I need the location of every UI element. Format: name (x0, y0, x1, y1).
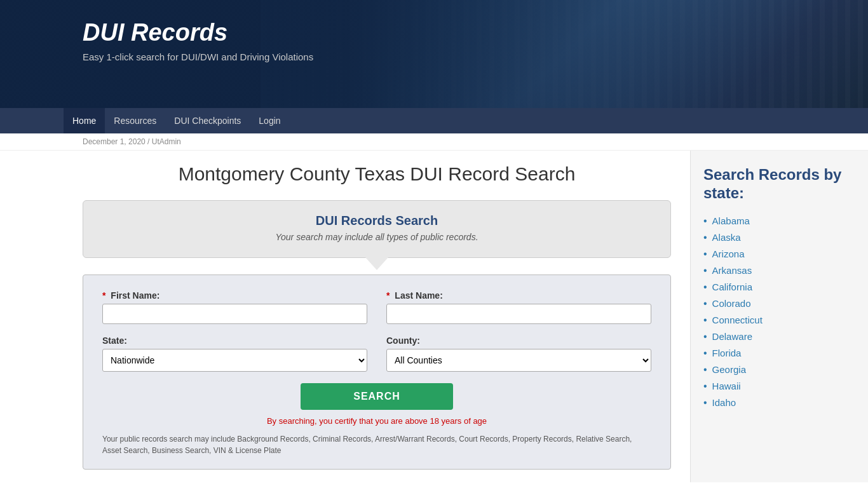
search-form-container: * First Name: * Last Name: State: (83, 274, 671, 470)
last-name-field: * Last Name: (386, 290, 651, 324)
breadcrumb-author: UtAdmin (152, 137, 181, 146)
state-link-florida[interactable]: Florida (712, 348, 742, 358)
site-subtitle: Easy 1-click search for DUI/DWI and Driv… (83, 51, 868, 62)
list-item: Alabama (703, 215, 855, 227)
location-row: State: Nationwide Alabama Alaska Arizona… (102, 336, 651, 372)
state-link-colorado[interactable]: Colorado (712, 298, 751, 309)
state-link-delaware[interactable]: Delaware (712, 331, 752, 342)
state-list: Alabama Alaska Arizona Arkansas Californ… (703, 215, 855, 409)
page-title: Montgomery County Texas DUI Record Searc… (83, 163, 671, 185)
required-marker: * (102, 290, 105, 301)
state-link-arkansas[interactable]: Arkansas (712, 265, 752, 276)
state-link-arizona[interactable]: Arizona (712, 248, 745, 259)
state-field: State: Nationwide Alabama Alaska Arizona… (102, 336, 367, 372)
list-item: California (703, 281, 855, 293)
search-box-banner: DUI Records Search Your search may inclu… (83, 200, 671, 258)
breadcrumb-date: December 1, 2020 (83, 137, 146, 146)
list-item: Idaho (703, 397, 855, 409)
search-button[interactable]: SEARCH (301, 383, 453, 410)
list-item: Connecticut (703, 315, 855, 326)
state-link-connecticut[interactable]: Connecticut (712, 315, 763, 325)
sidebar-title: Search Records by state: (703, 166, 855, 203)
sidebar: Search Records by state: Alabama Alaska … (690, 151, 868, 482)
list-item: Arizona (703, 248, 855, 260)
state-link-idaho[interactable]: Idaho (712, 397, 736, 408)
list-item: Alaska (703, 232, 855, 243)
state-select[interactable]: Nationwide Alabama Alaska Arizona Arkans… (102, 349, 367, 372)
breadcrumb-separator: / (147, 137, 152, 146)
name-row: * First Name: * Last Name: (102, 290, 651, 324)
age-disclaimer: By searching, you certify that you are a… (102, 416, 651, 426)
list-item: Arkansas (703, 265, 855, 276)
list-item: Georgia (703, 364, 855, 376)
last-name-input[interactable] (386, 304, 651, 324)
list-item: Florida (703, 348, 855, 359)
state-link-alabama[interactable]: Alabama (712, 215, 750, 226)
site-title: DUI Records (83, 19, 868, 46)
first-name-field: * First Name: (102, 290, 367, 324)
nav-home[interactable]: Home (64, 108, 105, 133)
last-name-label: * Last Name: (386, 290, 651, 301)
search-box-subtitle: Your search may include all types of pub… (102, 232, 651, 242)
main-content: Montgomery County Texas DUI Record Searc… (0, 151, 690, 482)
main-nav: Home Resources DUI Checkpoints Login (0, 108, 868, 133)
breadcrumb: December 1, 2020 / UtAdmin (0, 133, 868, 151)
required-marker-2: * (386, 290, 390, 301)
list-item: Colorado (703, 298, 855, 309)
records-disclaimer: Your public records search may include B… (102, 433, 651, 456)
search-box-title: DUI Records Search (102, 214, 651, 228)
county-field: County: All Counties Montgomery County (386, 336, 651, 372)
state-label: State: (102, 336, 367, 346)
state-link-california[interactable]: California (712, 281, 752, 292)
state-link-alaska[interactable]: Alaska (712, 232, 741, 243)
nav-resources[interactable]: Resources (105, 108, 165, 133)
main-layout: Montgomery County Texas DUI Record Searc… (0, 151, 868, 482)
header-content: DUI Records Easy 1-click search for DUI/… (0, 0, 868, 62)
state-link-hawaii[interactable]: Hawaii (712, 381, 741, 391)
first-name-input[interactable] (102, 304, 367, 324)
nav-dui-checkpoints[interactable]: DUI Checkpoints (165, 108, 250, 133)
first-name-label: * First Name: (102, 290, 367, 301)
county-select[interactable]: All Counties Montgomery County (386, 349, 651, 372)
list-item: Delaware (703, 331, 855, 342)
site-header: DUI Records Easy 1-click search for DUI/… (0, 0, 868, 108)
county-label: County: (386, 336, 651, 346)
list-item: Hawaii (703, 381, 855, 392)
nav-login[interactable]: Login (250, 108, 289, 133)
state-link-georgia[interactable]: Georgia (712, 364, 746, 375)
